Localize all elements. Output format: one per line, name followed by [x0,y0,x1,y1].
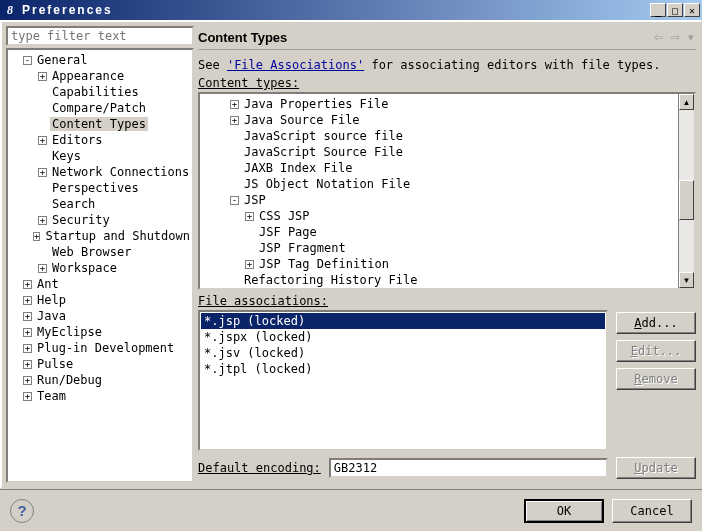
tree-expander-icon[interactable]: + [23,280,32,289]
tree-item[interactable]: Compare/Patch [8,100,192,116]
tree-expander-icon[interactable]: + [38,168,47,177]
forward-icon[interactable]: ⇨ [669,29,682,46]
tree-expander-icon[interactable]: + [23,376,32,385]
preferences-tree[interactable]: -General+AppearanceCapabilitiesCompare/P… [6,48,194,483]
tree-item-label: Web Browser [50,245,133,259]
file-association-item[interactable]: *.jsp (locked) [201,313,605,329]
titlebar: 8 Preferences _ □ ✕ [0,0,702,20]
tree-item[interactable]: +Java Source File [200,112,678,128]
close-button[interactable]: ✕ [684,3,700,17]
tree-item[interactable]: +Pulse [8,356,192,372]
scroll-thumb[interactable] [679,180,694,220]
filter-input[interactable] [6,26,194,46]
tree-item[interactable]: JS Object Notation File [200,176,678,192]
tree-item-label: Content Types [50,117,148,131]
scroll-track[interactable] [679,110,694,272]
file-association-item[interactable]: *.jtpl (locked) [201,361,605,377]
nav-arrows: ⇦ ⇨ ▾ [652,29,696,46]
tree-item-label: JSP Tag Definition [257,257,391,271]
dropdown-icon[interactable]: ▾ [686,29,696,46]
tree-item[interactable]: JavaScript Source File [200,144,678,160]
tree-expander-icon[interactable]: + [23,344,32,353]
tree-item[interactable]: Refactoring History File [200,272,678,288]
tree-item[interactable]: +Workspace [8,260,192,276]
tree-item-label: MyEclipse [35,325,104,339]
encoding-label: Default encoding: [198,461,321,475]
content-types-tree[interactable]: +Java Properties File+Java Source FileJa… [198,92,696,290]
tree-expander-icon[interactable]: + [23,392,32,401]
tree-expander-icon[interactable]: + [38,136,47,145]
tree-item[interactable]: Web Browser [8,244,192,260]
tree-item[interactable]: JSP Fragment [200,240,678,256]
tree-expander-icon[interactable]: + [23,312,32,321]
tree-item[interactable]: +Help [8,292,192,308]
tree-expander-icon[interactable]: - [230,196,239,205]
tree-item[interactable]: JSF Page [200,224,678,240]
tree-item[interactable]: Perspectives [8,180,192,196]
tree-expander-icon[interactable]: + [38,216,47,225]
tree-expander-icon[interactable]: + [245,260,254,269]
tree-item[interactable]: +Java [8,308,192,324]
file-association-item[interactable]: *.jspx (locked) [201,329,605,345]
tree-item[interactable]: +Ant [8,276,192,292]
tree-item-label: General [35,53,90,67]
tree-item[interactable]: +Security [8,212,192,228]
tree-expander-icon[interactable]: + [230,116,239,125]
scroll-up-icon[interactable]: ▲ [679,94,694,110]
tree-item-label: Security [50,213,112,227]
scrollbar-vertical[interactable]: ▲ ▼ [678,94,694,288]
tree-item[interactable]: +CSS JSP [200,208,678,224]
content-body: See 'File Associations' for associating … [198,54,696,483]
tree-item-label: Refactoring History File [242,273,419,287]
tree-item[interactable]: JavaScript source file [200,128,678,144]
add-button[interactable]: Add... [616,312,696,334]
tree-expander-icon[interactable]: - [23,56,32,65]
scroll-down-icon[interactable]: ▼ [679,272,694,288]
maximize-button[interactable]: □ [667,3,683,17]
ok-button[interactable]: OK [524,499,604,523]
tree-expander-icon[interactable]: + [38,264,47,273]
tree-item-label: Appearance [50,69,126,83]
encoding-input[interactable] [329,458,608,478]
back-icon[interactable]: ⇦ [652,29,665,46]
minimize-button[interactable]: _ [650,3,666,17]
tree-item-label: JavaScript source file [242,129,405,143]
tree-item[interactable]: +Plug-in Development [8,340,192,356]
tree-item[interactable]: -General [8,52,192,68]
help-icon[interactable]: ? [10,499,34,523]
left-pane: -General+AppearanceCapabilitiesCompare/P… [6,26,194,483]
tree-item[interactable]: +Team [8,388,192,404]
tree-item[interactable]: Content Types [8,116,192,132]
tree-item[interactable]: +Run/Debug [8,372,192,388]
tree-item-label: JAXB Index File [242,161,354,175]
right-pane: Content Types ⇦ ⇨ ▾ See 'File Associatio… [198,26,696,483]
file-associations-list[interactable]: *.jsp (locked)*.jspx (locked)*.jsv (lock… [198,310,608,451]
cancel-button[interactable]: Cancel [612,499,692,523]
file-associations-buttons: Add... Edit... Remove [616,310,696,451]
tree-expander-icon[interactable]: + [33,232,41,241]
tree-item[interactable]: +MyEclipse [8,324,192,340]
tree-item-label: Editors [50,133,105,147]
tree-item[interactable]: +Appearance [8,68,192,84]
tree-item[interactable]: -JSP [200,192,678,208]
desc-suffix: for associating editors with file types. [364,58,660,72]
tree-item-label: Help [35,293,68,307]
tree-expander-icon[interactable]: + [38,72,47,81]
tree-item[interactable]: +JSP Tag Definition [200,256,678,272]
tree-expander-icon[interactable]: + [245,212,254,221]
file-associations-link[interactable]: 'File Associations' [227,58,364,72]
tree-expander-icon[interactable]: + [23,360,32,369]
tree-item[interactable]: +Network Connections [8,164,192,180]
tree-item[interactable]: JAXB Index File [200,160,678,176]
tree-expander-icon[interactable]: + [23,328,32,337]
file-association-item[interactable]: *.jsv (locked) [201,345,605,361]
tree-expander-icon[interactable]: + [230,100,239,109]
tree-item-label: Network Connections [50,165,191,179]
tree-item[interactable]: Keys [8,148,192,164]
tree-item[interactable]: +Java Properties File [200,96,678,112]
tree-item[interactable]: +Editors [8,132,192,148]
tree-item[interactable]: Capabilities [8,84,192,100]
tree-expander-icon[interactable]: + [23,296,32,305]
tree-item[interactable]: +Startup and Shutdown [8,228,192,244]
tree-item[interactable]: Search [8,196,192,212]
